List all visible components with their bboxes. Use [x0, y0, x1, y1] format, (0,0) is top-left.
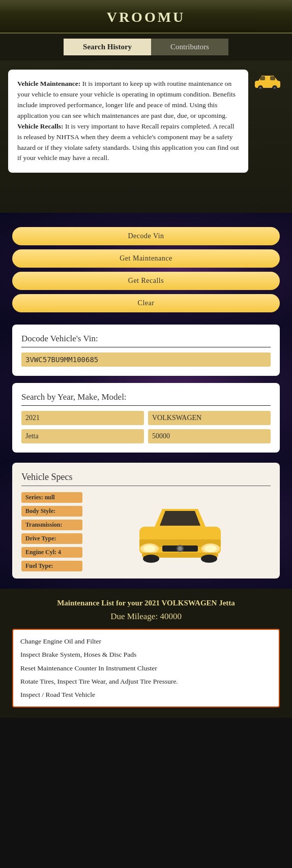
get-recalls-button[interactable]: Get Recalls	[12, 272, 280, 290]
ymm-divider	[21, 405, 271, 406]
tab-search-history[interactable]: Search History	[64, 39, 151, 55]
decode-vin-button[interactable]: Decode Vin	[12, 227, 280, 245]
mileage-input[interactable]	[148, 429, 271, 443]
info-section: Vehicle Maintenance: It is important to …	[0, 60, 292, 213]
maintenance-list-card: Change Engine Oil and Filter Inspect Bra…	[12, 629, 280, 708]
spec-item-0: Series: null	[21, 492, 82, 503]
app-title: Vroomu	[107, 9, 186, 25]
spec-item-2: Transmission:	[21, 520, 82, 530]
year-input[interactable]	[21, 411, 144, 425]
vin-form-title: Docode Vehicle's Vin:	[21, 334, 271, 344]
app-header: Vroomu	[0, 0, 292, 34]
specs-card: Vehicle Specs Series: null Body Style: T…	[12, 463, 280, 578]
spec-item-3: Drive Type:	[21, 533, 82, 544]
specs-list: Series: null Body Style: Transmission: D…	[21, 492, 82, 571]
maintenance-section: Maintenance List for your 2021 VOLKSWAGE…	[0, 589, 292, 718]
svg-point-13	[205, 545, 217, 552]
vehicle-recalls-label: Vehicle Recalls:	[17, 122, 64, 130]
spec-item-1: Body Style:	[21, 506, 82, 517]
car-image	[90, 492, 271, 571]
info-card: Vehicle Maintenance: It is important to …	[8, 70, 248, 173]
vehicle-maintenance-label: Vehicle Maintenance:	[17, 80, 80, 87]
svg-point-11	[143, 545, 156, 552]
action-section: Decode Vin Get Maintenance Get Recalls C…	[0, 213, 292, 325]
tab-contributors[interactable]: Contributors	[151, 39, 228, 55]
svg-point-15	[178, 546, 182, 551]
specs-divider	[21, 486, 271, 486]
get-maintenance-button[interactable]: Get Maintenance	[12, 249, 280, 268]
tabs-row: Search History Contributors	[0, 34, 292, 60]
spec-item-5: Fuel Type:	[21, 561, 82, 571]
due-mileage: Due Mileage: 40000	[12, 612, 280, 622]
make-input[interactable]	[148, 411, 271, 425]
model-input[interactable]	[21, 429, 144, 443]
maintenance-item-0: Change Engine Oil and Filter	[20, 635, 272, 648]
specs-content: Series: null Body Style: Transmission: D…	[21, 492, 271, 571]
maintenance-item-4: Inspect / Road Test Vehicle	[20, 688, 272, 701]
maintenance-item-3: Rotate Tires, Inspect Tire Wear, and Adj…	[20, 675, 272, 688]
specs-section: Vehicle Specs Series: null Body Style: T…	[0, 463, 292, 589]
ymm-form-title: Search by Year, Make, Model:	[21, 392, 271, 402]
vin-divider	[21, 347, 271, 347]
svg-point-18	[201, 555, 217, 563]
car-icon-top	[252, 72, 283, 92]
maintenance-title: Maintenance List for your 2021 VOLKSWAGE…	[12, 599, 280, 607]
svg-rect-1	[260, 76, 265, 80]
maintenance-item-1: Inspect Brake System, Hoses & Disc Pads	[20, 648, 272, 661]
maintenance-item-2: Reset Maintenance Counter In Instrument …	[20, 662, 272, 675]
svg-rect-2	[270, 76, 275, 80]
svg-point-5	[259, 87, 261, 89]
due-mileage-label: Due Mileage:	[110, 612, 158, 621]
clear-button[interactable]: Clear	[12, 294, 280, 312]
vin-form-card: Docode Vehicle's Vin:	[12, 325, 280, 376]
svg-point-17	[143, 555, 159, 563]
form-section: Docode Vehicle's Vin: Search by Year, Ma…	[0, 325, 292, 463]
vin-input[interactable]	[21, 352, 271, 367]
due-mileage-value: 40000	[160, 612, 182, 621]
ymm-form-card: Search by Year, Make, Model:	[12, 383, 280, 453]
spec-item-4: Engine Cyl: 4	[21, 547, 82, 558]
ymm-grid	[21, 411, 271, 443]
svg-point-6	[274, 87, 276, 89]
specs-title: Vehicle Specs	[21, 472, 271, 483]
